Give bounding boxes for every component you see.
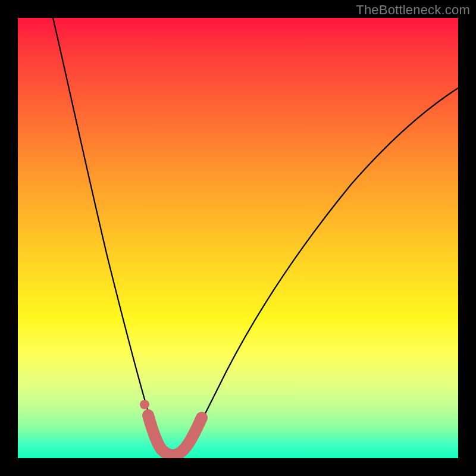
optimal-range-highlight xyxy=(148,415,202,455)
bottleneck-curve xyxy=(18,18,458,458)
curve-path xyxy=(53,18,458,455)
highlight-dot xyxy=(140,400,149,409)
plot-area xyxy=(18,18,458,458)
chart-frame: TheBottleneck.com xyxy=(0,0,476,476)
watermark-text: TheBottleneck.com xyxy=(356,2,470,18)
